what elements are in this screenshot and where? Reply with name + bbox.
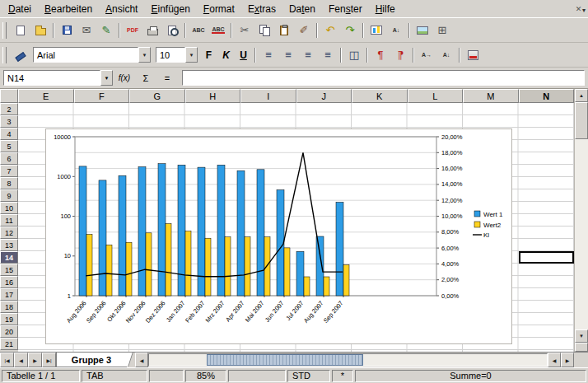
tab-scroll-left-icon[interactable]: ◀ [135, 353, 148, 367]
vertical-scroll-track[interactable] [575, 102, 588, 329]
row-header-11[interactable]: 11 [0, 214, 18, 227]
align-right-icon[interactable]: ≡ [298, 46, 318, 64]
row-header-5[interactable]: 5 [0, 140, 18, 152]
formula-input[interactable] [182, 70, 585, 86]
font-name-dropdown-icon[interactable]: ▼ [138, 47, 151, 63]
menu-ansicht[interactable]: Ansicht [99, 2, 144, 16]
font-name-combo[interactable]: Arial ▼ [33, 47, 151, 63]
row-header-10[interactable]: 10 [0, 202, 18, 214]
row-header-4[interactable]: 4 [0, 128, 18, 140]
fill-format-mode-icon[interactable] [11, 46, 30, 64]
text-direction-horizontal-icon[interactable]: A→ [417, 46, 436, 64]
vertical-scrollbar[interactable]: ▲ ▼ [574, 89, 588, 352]
equals-icon[interactable]: = [157, 70, 177, 86]
cell-reference-dropdown-icon[interactable]: ▼ [100, 70, 113, 86]
font-size-combo[interactable]: 10 ▼ [156, 47, 198, 63]
status-insert-mode[interactable]: STD [287, 370, 330, 382]
status-selection-sum[interactable]: Summe=0 [355, 370, 586, 382]
status-page-style[interactable]: TAB [82, 370, 147, 382]
status-empty-1[interactable] [149, 370, 184, 382]
row-header-21[interactable]: 21 [0, 338, 18, 350]
next-sheet-icon[interactable]: ▶ [28, 353, 42, 367]
select-all-corner[interactable] [0, 89, 18, 103]
column-header-k[interactable]: K [352, 89, 408, 103]
scroll-up-icon[interactable]: ▲ [575, 89, 588, 102]
embedded-chart[interactable]: 0,00%2,00%4,00%6,00%8,00%10,00%12,00%14,… [45, 128, 512, 344]
cell-grid[interactable]: 0,00%2,00%4,00%6,00%8,00%10,00%12,00%14,… [18, 103, 574, 352]
row-header-6[interactable]: 6 [0, 152, 18, 165]
row-header-12[interactable]: 12 [0, 227, 18, 239]
underline-button[interactable]: U [235, 47, 252, 63]
column-header-m[interactable]: M [463, 89, 519, 103]
row-header-3[interactable]: 3 [0, 115, 18, 128]
menu-daten[interactable]: Daten [282, 2, 322, 16]
vertical-scroll-thumb[interactable] [575, 102, 588, 139]
column-header-i[interactable]: I [240, 89, 296, 103]
page-preview-icon[interactable] [162, 21, 182, 40]
sort-ascending-icon[interactable]: A↓ [386, 21, 406, 40]
status-empty-2[interactable] [228, 370, 286, 382]
row-header-19[interactable]: 19 [0, 313, 18, 325]
font-size-field[interactable]: 10 [156, 47, 185, 63]
row-header-7[interactable]: 7 [0, 165, 18, 177]
column-header-n[interactable]: N [519, 89, 575, 103]
row-header-17[interactable]: 17 [0, 288, 18, 301]
document-as-email-icon[interactable]: ✉ [77, 21, 96, 40]
print-file-icon[interactable] [142, 21, 162, 40]
insert-chart-icon[interactable] [366, 21, 386, 40]
row-header-20[interactable]: 20 [0, 325, 18, 338]
navigator-icon[interactable]: ⊞ [432, 21, 452, 40]
status-zoom-level[interactable]: 85% [185, 370, 226, 382]
column-header-l[interactable]: L [408, 89, 464, 103]
status-modified-indicator[interactable]: * [332, 370, 353, 382]
horizontal-scroll-thumb[interactable] [207, 354, 363, 366]
font-size-dropdown-icon[interactable]: ▼ [185, 47, 198, 63]
merge-cells-icon[interactable]: ◫ [344, 46, 364, 64]
active-cell-n14[interactable] [519, 251, 575, 264]
menu-format[interactable]: Format [197, 2, 241, 16]
open-document-icon[interactable] [30, 21, 50, 40]
menu-datei[interactable]: Datei [2, 2, 38, 16]
sum-icon[interactable]: Σ [136, 70, 156, 86]
horizontal-scroll-track[interactable] [148, 353, 548, 367]
cut-icon[interactable]: ✂ [235, 21, 254, 40]
paragraph-rtl-icon[interactable]: ¶ [390, 46, 410, 64]
row-header-14[interactable]: 14 [0, 251, 18, 264]
row-header-9[interactable]: 9 [0, 189, 18, 202]
italic-button[interactable]: K [217, 47, 235, 63]
cell-reference-box[interactable]: N14 [3, 70, 100, 86]
redo-icon[interactable]: ↷ [340, 21, 360, 40]
last-sheet-icon[interactable]: ▶| [42, 353, 56, 367]
menu-einf-gen[interactable]: Einfügen [144, 2, 196, 16]
split-window-handle[interactable] [575, 343, 588, 352]
scroll-down-icon[interactable]: ▼ [575, 329, 588, 343]
column-header-e[interactable]: E [18, 89, 74, 103]
menu-hilfe[interactable]: Hilfe [369, 2, 402, 16]
status-sheet-position[interactable]: Tabelle 1 / 1 [2, 370, 80, 382]
menu-fenster[interactable]: Fenster [322, 2, 369, 16]
scroll-right-icon[interactable]: ▶ [561, 353, 574, 367]
row-header-8[interactable]: 8 [0, 177, 18, 189]
align-left-icon[interactable]: ≡ [259, 46, 278, 64]
first-sheet-icon[interactable]: |◀ [0, 353, 14, 367]
gallery-icon[interactable] [413, 21, 432, 40]
font-name-field[interactable]: Arial [33, 47, 138, 63]
row-header-18[interactable]: 18 [0, 301, 18, 313]
paragraph-ltr-icon[interactable]: ¶ [371, 46, 390, 64]
column-header-f[interactable]: F [74, 89, 130, 103]
undo-icon[interactable]: ↶ [320, 21, 340, 40]
new-document-icon[interactable] [11, 21, 30, 40]
export-pdf-icon[interactable]: PDF [123, 21, 142, 40]
row-header-15[interactable]: 15 [0, 264, 18, 276]
spellcheck-icon[interactable]: ABC [189, 21, 208, 40]
menu-extras[interactable]: Extras [241, 2, 282, 16]
bold-button[interactable]: F [200, 47, 217, 63]
text-direction-vertical-icon[interactable]: A↓ [436, 46, 456, 64]
column-header-h[interactable]: H [185, 89, 241, 103]
row-header-2[interactable]: 2 [0, 103, 18, 115]
row-header-16[interactable]: 16 [0, 276, 18, 288]
align-justify-icon[interactable]: ≡ [318, 46, 338, 64]
sheet-tab-gruppe-3[interactable]: Gruppe 3 [56, 353, 127, 367]
edit-file-icon[interactable]: ✎ [96, 21, 116, 40]
menu-bearbeiten[interactable]: Bearbeiten [38, 2, 99, 16]
